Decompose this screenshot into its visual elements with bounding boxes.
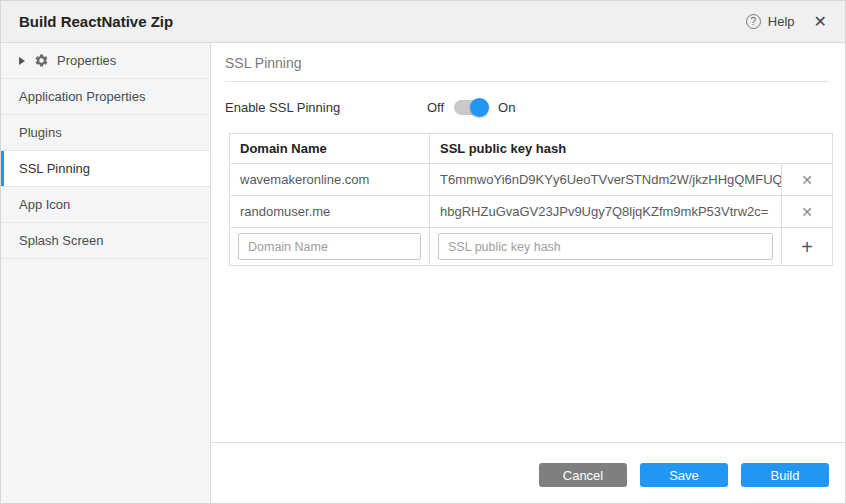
section-divider: [225, 81, 829, 82]
sidebar-item-label: Splash Screen: [19, 233, 104, 248]
delete-row-icon[interactable]: ✕: [801, 205, 813, 219]
table-row: randomuser.me hbgRHZuGvaGV23JPv9Ugy7Q8lj…: [230, 195, 832, 227]
toggle-knob[interactable]: [470, 98, 489, 117]
close-icon[interactable]: ✕: [814, 14, 827, 30]
sidebar-item-label: Plugins: [19, 125, 62, 140]
dialog-title: Build ReactNative Zip: [19, 13, 173, 30]
sidebar-item-plugins[interactable]: Plugins: [1, 115, 210, 151]
caret-right-icon[interactable]: [19, 57, 25, 65]
help-icon[interactable]: ?: [746, 14, 761, 29]
enable-ssl-pinning-label: Enable SSL Pinning: [225, 100, 427, 115]
table-header-row: Domain Name SSL public key hash: [230, 134, 832, 163]
dialog-footer: Cancel Save Build: [211, 442, 845, 503]
sidebar-item-label: SSL Pinning: [19, 161, 90, 176]
ssl-pinning-panel: SSL Pinning Enable SSL Pinning Off On Do…: [211, 43, 845, 442]
sidebar-item-label: Properties: [57, 53, 116, 68]
domain-name-input[interactable]: [238, 233, 421, 260]
section-title: SSL Pinning: [225, 55, 829, 81]
save-button[interactable]: Save: [640, 463, 728, 487]
table-row: wavemakeronline.com T6mmwoYi6nD9KYy6UeoT…: [230, 163, 832, 195]
sidebar-item-ssl-pinning[interactable]: SSL Pinning: [1, 151, 210, 187]
sidebar: Properties Application Properties Plugin…: [1, 43, 211, 503]
sidebar-item-app-icon[interactable]: App Icon: [1, 187, 210, 223]
ssl-pinning-table: Domain Name SSL public key hash wavemake…: [229, 133, 833, 266]
build-reactnative-zip-dialog: Build ReactNative Zip ? Help ✕ Propertie…: [0, 0, 846, 504]
domain-cell: wavemakeronline.com: [230, 164, 430, 195]
cancel-button[interactable]: Cancel: [539, 463, 627, 487]
add-entry-row: +: [230, 227, 832, 265]
help-button[interactable]: Help: [768, 14, 795, 29]
hash-cell: hbgRHZuGvaGV23JPv9Ugy7Q8ljqKZfm9mkP53Vtr…: [430, 196, 782, 227]
ssl-key-hash-input[interactable]: [438, 233, 773, 260]
sidebar-item-label: Application Properties: [19, 89, 145, 104]
domain-cell: randomuser.me: [230, 196, 430, 227]
dialog-header: Build ReactNative Zip ? Help ✕: [1, 1, 845, 43]
sidebar-item-label: App Icon: [19, 197, 70, 212]
sidebar-item-properties[interactable]: Properties: [1, 43, 210, 79]
hash-cell: T6mmwoYi6nD9KYy6UeoTVverSTNdm2W/jkzHHgQM…: [430, 164, 782, 195]
sidebar-item-application-properties[interactable]: Application Properties: [1, 79, 210, 115]
column-header-domain: Domain Name: [230, 134, 430, 163]
toggle-off-label: Off: [427, 100, 444, 115]
sidebar-item-splash-screen[interactable]: Splash Screen: [1, 223, 210, 259]
gear-icon: [34, 53, 49, 68]
column-header-hash: SSL public key hash: [430, 134, 832, 163]
enable-ssl-pinning-row: Enable SSL Pinning Off On: [225, 100, 829, 115]
header-actions: ? Help ✕: [746, 14, 827, 30]
ssl-pinning-toggle[interactable]: [454, 100, 488, 115]
add-row-icon[interactable]: +: [801, 237, 813, 257]
build-button[interactable]: Build: [741, 463, 829, 487]
ssl-toggle-group: Off On: [427, 100, 515, 115]
delete-row-icon[interactable]: ✕: [801, 173, 813, 187]
dialog-body: Properties Application Properties Plugin…: [1, 43, 845, 503]
toggle-on-label: On: [498, 100, 515, 115]
content-column: SSL Pinning Enable SSL Pinning Off On Do…: [211, 43, 845, 503]
